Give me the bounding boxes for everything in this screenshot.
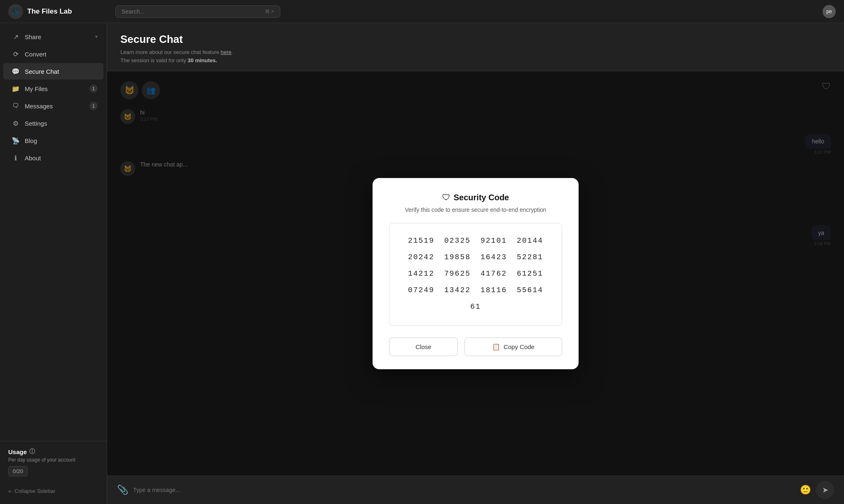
copy-code-button[interactable]: 📋 Copy Code bbox=[464, 338, 562, 356]
settings-icon: ⚙ bbox=[12, 119, 20, 127]
messages-badge: 1 bbox=[89, 102, 98, 110]
close-button[interactable]: Close bbox=[389, 338, 458, 356]
code-segment: 41762 bbox=[481, 266, 507, 281]
sidebar-item-label: Blog bbox=[25, 137, 37, 144]
sidebar-item-share[interactable]: ↗ Share ▾ bbox=[3, 28, 103, 45]
code-segment: 14212 bbox=[408, 266, 434, 281]
search-shortcut: ⌘ × bbox=[265, 9, 274, 14]
my-files-badge: 1 bbox=[89, 84, 98, 93]
usage-title: Usage ⓘ bbox=[8, 448, 98, 455]
code-row-5: 61 bbox=[398, 299, 553, 314]
chat-area: 🐱 👥 🛡 🐱 hi 3:17 PM hello 3:17 PM bbox=[107, 71, 844, 476]
modal-overlay: 🛡 Security Code Verify this code to ensu… bbox=[107, 71, 844, 476]
code-segment: 18116 bbox=[481, 283, 507, 298]
sidebar-item-label: Messages bbox=[25, 103, 53, 110]
sidebar: ↗ Share ▾ ⟳ Convert 💬 Secure Chat 📁 My F… bbox=[0, 23, 107, 504]
code-segment: 52281 bbox=[517, 250, 543, 265]
send-button[interactable]: ➤ bbox=[816, 481, 834, 499]
here-link[interactable]: here bbox=[221, 49, 232, 55]
sidebar-item-label: Settings bbox=[25, 120, 47, 127]
sidebar-item-messages[interactable]: 🗨 Messages 1 bbox=[3, 98, 103, 114]
sidebar-item-settings[interactable]: ⚙ Settings bbox=[3, 115, 103, 131]
about-icon: ℹ bbox=[12, 154, 20, 162]
sidebar-item-secure-chat[interactable]: 💬 Secure Chat bbox=[3, 63, 103, 80]
code-row-1: 21519 02325 92101 20144 bbox=[398, 233, 553, 248]
convert-icon: ⟳ bbox=[12, 50, 20, 58]
code-segment: 92101 bbox=[481, 233, 507, 248]
modal-subtitle: Verify this code to ensure secure end-to… bbox=[389, 206, 562, 213]
sidebar-item-blog[interactable]: 📡 Blog bbox=[3, 132, 103, 149]
search-area: ⌘ × bbox=[115, 5, 823, 18]
usage-value: 0/20 bbox=[8, 466, 28, 476]
chat-input-bar: 📎 🙂 ➤ bbox=[107, 476, 844, 504]
code-segment: 20242 bbox=[408, 250, 434, 265]
collapse-icon: « bbox=[8, 488, 11, 494]
logo-icon: 🌑 bbox=[8, 4, 23, 19]
avatar[interactable]: pe bbox=[823, 5, 836, 18]
code-segment: 79625 bbox=[444, 266, 471, 281]
usage-subtitle: Per day usage of your account bbox=[8, 457, 98, 463]
code-segment: 61 bbox=[470, 299, 481, 314]
app-logo: 🌑 The Files Lab bbox=[8, 4, 115, 19]
shield-modal-icon: 🛡 bbox=[442, 193, 450, 202]
page-title: Secure Chat bbox=[120, 33, 831, 46]
collapse-label: Collapse Sidebar bbox=[14, 488, 55, 494]
code-row-3: 14212 79625 41762 61251 bbox=[398, 266, 553, 281]
attach-button[interactable]: 📎 bbox=[117, 485, 128, 495]
message-input[interactable] bbox=[133, 487, 795, 493]
sidebar-item-my-files[interactable]: 📁 My Files 1 bbox=[3, 80, 103, 97]
main-layout: ↗ Share ▾ ⟳ Convert 💬 Secure Chat 📁 My F… bbox=[0, 23, 844, 504]
chevron-down-icon: ▾ bbox=[95, 34, 98, 40]
app-name: The Files Lab bbox=[27, 7, 72, 16]
code-segment: 61251 bbox=[517, 266, 543, 281]
folder-icon: 📁 bbox=[12, 84, 20, 93]
topbar-right: pe bbox=[823, 5, 836, 18]
emoji-button[interactable]: 🙂 bbox=[800, 485, 811, 495]
sidebar-item-label: Convert bbox=[25, 51, 47, 58]
blog-icon: 📡 bbox=[12, 136, 20, 145]
code-segment: 55614 bbox=[517, 283, 543, 298]
usage-section: Usage ⓘ Per day usage of your account 0/… bbox=[0, 441, 107, 483]
code-segment: 21519 bbox=[408, 233, 434, 248]
share-icon: ↗ bbox=[12, 33, 20, 41]
code-row-2: 20242 19858 16423 52281 bbox=[398, 250, 553, 265]
page-subtitle: Learn more about our secure chat feature… bbox=[120, 48, 831, 64]
search-wrap[interactable]: ⌘ × bbox=[115, 5, 280, 18]
search-input[interactable] bbox=[122, 8, 237, 15]
modal-actions: Close 📋 Copy Code bbox=[389, 338, 562, 356]
content-area: Secure Chat Learn more about our secure … bbox=[107, 23, 844, 504]
code-segment: 20144 bbox=[517, 233, 543, 248]
code-segment: 13422 bbox=[444, 283, 471, 298]
sidebar-item-about[interactable]: ℹ About bbox=[3, 150, 103, 166]
content-header: Secure Chat Learn more about our secure … bbox=[107, 23, 844, 71]
messages-icon: 🗨 bbox=[12, 102, 20, 110]
code-segment: 16423 bbox=[481, 250, 507, 265]
sidebar-item-label: Secure Chat bbox=[25, 68, 59, 75]
copy-icon: 📋 bbox=[492, 343, 500, 351]
code-row-4: 07249 13422 18116 55614 bbox=[398, 283, 553, 298]
sidebar-item-label: About bbox=[25, 155, 41, 162]
sidebar-item-convert[interactable]: ⟳ Convert bbox=[3, 46, 103, 62]
collapse-sidebar-button[interactable]: « Collapse Sidebar bbox=[0, 483, 107, 499]
code-segment: 19858 bbox=[444, 250, 471, 265]
chat-icon: 💬 bbox=[12, 67, 20, 75]
security-code-modal: 🛡 Security Code Verify this code to ensu… bbox=[373, 178, 579, 369]
sidebar-item-label: My Files bbox=[25, 85, 48, 92]
security-code-box: 21519 02325 92101 20144 20242 19858 1642… bbox=[389, 223, 562, 326]
code-segment: 07249 bbox=[408, 283, 434, 298]
modal-header: 🛡 Security Code bbox=[389, 193, 562, 202]
topbar: 🌑 The Files Lab ⌘ × pe bbox=[0, 0, 844, 23]
info-icon: ⓘ bbox=[29, 448, 35, 455]
modal-title: Security Code bbox=[454, 193, 509, 202]
sidebar-item-label: Share bbox=[25, 33, 41, 40]
code-segment: 02325 bbox=[444, 233, 471, 248]
